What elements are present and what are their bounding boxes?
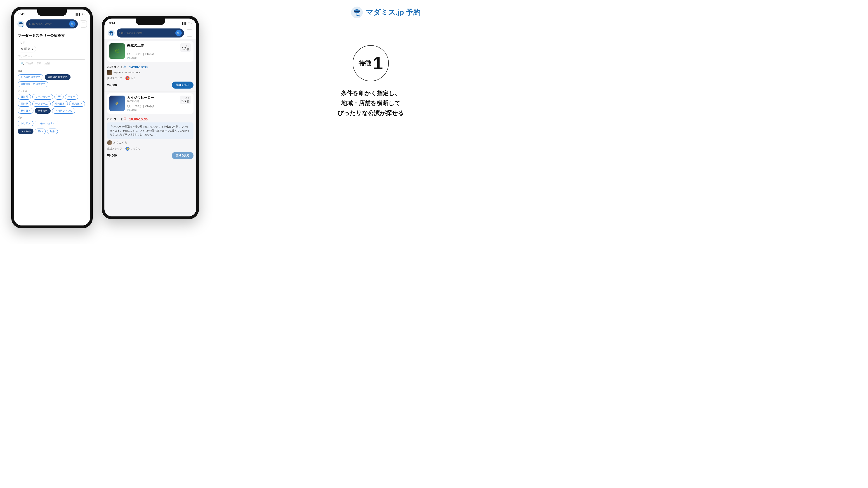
search-pill-right[interactable]: 🔍 xyxy=(117,29,184,37)
slash-1: ／ xyxy=(117,65,120,69)
svg-point-6 xyxy=(356,11,357,12)
more-tags-row: コミカル 笑い 対象 xyxy=(18,129,86,134)
store-msg-text: 「いくつかの共通点を持つ異なる2つのシナリオを連続で体験していただきます。それに… xyxy=(110,125,189,136)
signal-icon-right: ▌▌▌ xyxy=(182,22,187,24)
tag-friends[interactable]: お友達同士におすすめ xyxy=(18,81,49,87)
slots-unit-2: 枠 xyxy=(187,100,189,103)
staff-info-2: 担当スタッフ： 🙂 しもさん xyxy=(107,147,141,151)
clock-icon-1: 🕐 xyxy=(127,57,130,59)
tag-serious[interactable]: シリアス xyxy=(18,121,33,126)
slots-count-1: 2/8 xyxy=(182,47,186,51)
day-1: 1 xyxy=(121,65,123,69)
price-row-1: ¥4,500 詳細を見る xyxy=(104,80,196,90)
hamburger-icon-left xyxy=(82,23,85,25)
svg-rect-10 xyxy=(19,23,23,24)
tag-extra1[interactable]: コミカル xyxy=(18,129,33,134)
feature-section: 特徴 1 条件を細かく指定し、地域・店舗を横断してぴったりな公演が探せる xyxy=(326,45,416,118)
tag-history-japan[interactable]: 歴史日本 xyxy=(18,108,33,113)
search-input-right[interactable] xyxy=(119,31,174,35)
time-2: 10:00-15:30 xyxy=(129,117,148,121)
staff-avatar-1: 🎭 xyxy=(125,76,129,80)
month-1: 3 xyxy=(114,65,116,69)
header-logo-icon-right xyxy=(107,29,115,37)
tag-other-genre[interactable]: その他ジャンル xyxy=(52,108,75,113)
tag-beginner[interactable]: 初心者におすすめ xyxy=(18,74,43,80)
time-ago-2: 14分前 xyxy=(130,108,137,111)
staff-label-1: 担当スタッフ： xyxy=(107,76,125,80)
detail-button-2[interactable]: 詳細を見る xyxy=(172,152,193,159)
card-1-slots: あと 2/8 枠 xyxy=(180,43,191,52)
battery-icon: ▪ xyxy=(85,13,86,15)
logo-text: マダミス.jp 予約 xyxy=(366,7,421,18)
phone-left: 9:41 ▌▌▌ ▾ ▪ 🔍 xyxy=(11,7,93,228)
search-button-right[interactable]: 🔍 xyxy=(176,30,182,36)
tag-isekai[interactable]: 異世界 xyxy=(18,101,31,107)
svg-point-7 xyxy=(357,11,358,12)
header-left: 🔍 xyxy=(14,18,90,30)
card-1-time-ago: 🕐 14分前 xyxy=(127,56,191,59)
battery-icon-right: ▪ xyxy=(191,22,192,24)
price-1: ¥4,500 xyxy=(107,84,117,87)
result-card-2: ⚡ カイジウヒーロー 2023年公開 あと xyxy=(107,93,193,114)
tag-history-overseas[interactable]: 歴史海外 xyxy=(35,108,51,113)
target-tags: 初心者におすすめ 経験者におすすめ お友達同士におすすめ xyxy=(18,74,86,87)
store-message-box: 「いくつかの共通点を持つ異なる2つのシナリオを連続で体験していただきます。それに… xyxy=(107,123,193,139)
divider-1 xyxy=(104,91,196,92)
year-1: 2025 xyxy=(107,65,113,68)
tag-modern-overseas[interactable]: 現代海外 xyxy=(69,101,85,107)
tag-deathgame[interactable]: デスゲーム xyxy=(32,101,51,107)
wifi-icon: ▾ xyxy=(82,13,84,15)
target-label: 対象 xyxy=(18,70,86,73)
tag-extra2[interactable]: 笑い xyxy=(35,129,46,134)
card-1-meta: 8人 ｜ 240分 ｜ GM必須 xyxy=(127,53,191,56)
tag-emotional[interactable]: エモーショナル xyxy=(35,121,58,126)
time-1: 14:30-18:30 xyxy=(129,65,148,69)
shop-row-1: mystery mansion dots… xyxy=(104,69,196,75)
search-pill-left[interactable]: 🔍 xyxy=(26,20,78,29)
tag-sf[interactable]: SF xyxy=(55,94,64,100)
card-2-info: カイジウヒーロー 2023年公開 あと 5/7 枠 xyxy=(127,96,191,111)
detail-button-1[interactable]: 詳細を見る xyxy=(172,82,193,89)
slots-label-2: あと xyxy=(182,96,189,99)
price-2: ¥6,000 xyxy=(107,154,117,157)
left-search-content: マーダーミステリー公演検索 エリア ⊕ 関東 ▾ フリーワード 🔍 作品名・作者… xyxy=(14,30,90,225)
time-ago-1: 14分前 xyxy=(130,56,137,59)
menu-button-right[interactable] xyxy=(186,29,193,37)
search-input-left[interactable] xyxy=(29,22,68,26)
shop-name-2: ふくぶくろ xyxy=(114,141,127,144)
tag-daily[interactable]: 日常系 xyxy=(18,94,31,100)
tendency-label: 傾向 xyxy=(18,116,86,119)
sep1: ｜ xyxy=(131,53,135,55)
clock-icon-2: 🕐 xyxy=(127,109,130,111)
feature-circle: 特徴 1 xyxy=(352,45,389,81)
tag-experienced[interactable]: 経験者におすすめ xyxy=(45,74,70,80)
hamburger-icon-right xyxy=(188,32,191,34)
date-row-1: 2025 3 ／ 1 土 14:30-18:30 xyxy=(104,64,196,69)
search-button-left[interactable]: 🔍 xyxy=(69,21,75,27)
day-2: 2 xyxy=(121,117,123,121)
shop-name-1: mystery mansion dots… xyxy=(114,71,143,74)
card-1-title: 悪魔の正体 xyxy=(127,43,144,48)
freeword-input[interactable]: 🔍 作品名・作者・店舗 xyxy=(18,59,86,67)
area-select[interactable]: ⊕ 関東 ▾ xyxy=(18,46,36,53)
feature-label-group: 特徴 1 xyxy=(359,54,383,72)
slots-unit-1: 枠 xyxy=(187,48,189,51)
notch-right xyxy=(135,19,165,25)
header-logo-icon-left xyxy=(17,20,24,28)
tag-modern-japan[interactable]: 現代日本 xyxy=(52,101,68,107)
tag-horror[interactable]: ホラー xyxy=(65,94,78,100)
tag-extra3[interactable]: 対象 xyxy=(47,129,58,134)
tag-fantasy[interactable]: ファンタジー xyxy=(32,94,53,100)
feature-description: 条件を細かく指定し、地域・店舗を横断してぴったりな公演が探せる xyxy=(326,88,416,118)
card-2-title-row: カイジウヒーロー 2023年公開 あと 5/7 枠 xyxy=(127,96,191,104)
duration-2: 330分 xyxy=(135,105,141,107)
players-1: 8人 xyxy=(127,53,131,55)
search-title: マーダーミステリー公演検索 xyxy=(18,33,86,38)
date-row-2: 2025 3 ／ 2 日 10:00-15:30 xyxy=(104,116,196,122)
header-right: 🔍 xyxy=(104,27,196,39)
card-2-year: 2023年公開 xyxy=(127,100,154,103)
phones-area: 9:41 ▌▌▌ ▾ ▪ 🔍 xyxy=(11,7,199,228)
card-2-meta: 7人 ｜ 330分 ｜ GM必須 xyxy=(127,105,191,108)
menu-button-left[interactable] xyxy=(80,20,87,28)
card-1-info: 悪魔の正体 あと 2/8 枠 8人 xyxy=(127,43,191,59)
